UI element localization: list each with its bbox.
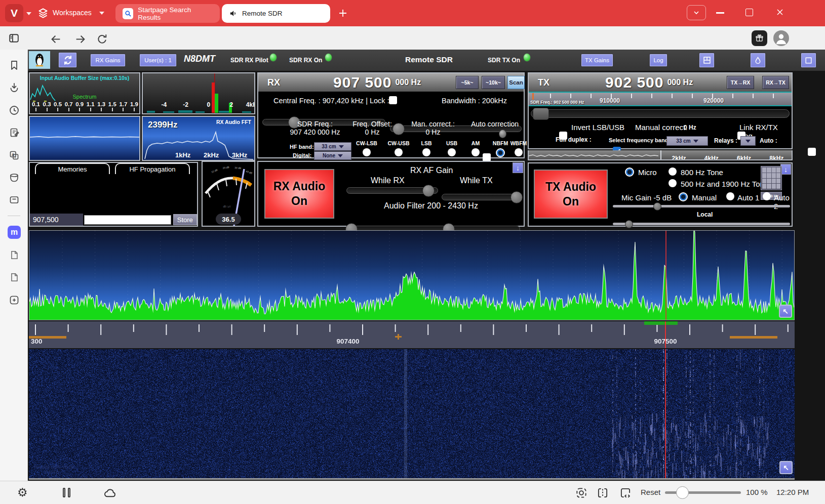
mode-am[interactable]: AM	[464, 140, 487, 156]
rx-audio-collapse-button[interactable]: ↓	[513, 162, 523, 173]
rx-gains-button[interactable]: RX Gains	[90, 54, 126, 67]
dtmf-keypad-icon[interactable]	[761, 166, 782, 190]
tab-startpage[interactable]: Startpage Search Results	[115, 4, 220, 23]
translate-panel-icon[interactable]: Ax	[8, 149, 21, 162]
local-volume-slider[interactable]	[613, 223, 790, 225]
step-10k-button[interactable]: ~10k~	[482, 76, 505, 89]
tx-frequency[interactable]: 902 500	[605, 74, 663, 91]
bookmarks-panel-icon[interactable]	[8, 59, 21, 72]
zoom-slider[interactable]	[665, 491, 741, 494]
mode-usb-radio[interactable]	[448, 148, 456, 156]
tab-memories[interactable]: Memories	[35, 163, 110, 174]
rx-audio-on-button[interactable]: RX AudioOn	[264, 169, 334, 219]
layout-grid-button[interactable]	[699, 53, 715, 68]
reload-button[interactable]	[95, 32, 109, 46]
capture-page-icon[interactable]	[575, 486, 588, 499]
while-tx-slider[interactable]	[442, 194, 520, 200]
mic-gain-auto2-radio[interactable]	[763, 192, 771, 200]
tx-frequency-ruler[interactable]: 910000 920000 SDR Freq.: 902 500 000 Hz	[529, 92, 792, 106]
workspaces-caret-icon[interactable]	[99, 12, 104, 15]
pause-animations-icon[interactable]	[63, 488, 70, 497]
while-rx-slider[interactable]	[346, 187, 438, 194]
history-panel-icon[interactable]	[8, 104, 21, 117]
notes-panel-icon[interactable]	[8, 126, 21, 139]
spectrum-pan-button[interactable]: ↖	[779, 305, 792, 318]
while-tx-knob[interactable]	[510, 191, 523, 203]
web-panel-icon-1[interactable]	[8, 248, 21, 262]
mode-cw-lsb-radio[interactable]	[363, 148, 371, 156]
tx-to-rx-button[interactable]: TX→RX	[727, 76, 754, 89]
users-button[interactable]: User(s) : 1	[139, 54, 177, 67]
scan-button[interactable]: Scan	[507, 76, 525, 89]
drop-theme-button[interactable]	[750, 53, 766, 68]
sync-cloud-icon[interactable]	[103, 486, 117, 500]
reading-list-panel-icon[interactable]	[8, 171, 21, 184]
vivaldi-menu-caret-icon[interactable]	[26, 12, 31, 15]
waterfall-canvas[interactable]	[29, 349, 795, 478]
mic-gain-manual-radio[interactable]	[679, 192, 688, 201]
tx-band-select[interactable]: 33 cm	[666, 136, 708, 146]
rx-frequency[interactable]: 907 500	[333, 74, 391, 91]
downloads-panel-icon[interactable]	[8, 81, 21, 94]
frequency-scale[interactable]: 300 907400 907500	[29, 321, 795, 348]
mode-wbfm[interactable]: WBFM	[507, 140, 530, 156]
workspaces-icon[interactable]	[36, 7, 50, 20]
linux-penguin-icon[interactable]	[29, 51, 50, 69]
extension-gift-icon[interactable]	[752, 30, 767, 46]
mode-lsb[interactable]: LSB	[415, 140, 438, 156]
step-5k-button[interactable]: ~5k~	[456, 76, 479, 89]
mode-wbfm-radio[interactable]	[515, 148, 523, 156]
tone-800-radio[interactable]	[669, 167, 677, 176]
log-button[interactable]: Log	[649, 54, 667, 67]
mode-nbfm-radio[interactable]	[496, 148, 505, 157]
mic-gain-auto1-radio[interactable]	[726, 192, 734, 200]
waterfall-pan-button[interactable]: ↖	[779, 461, 793, 474]
add-panel-icon[interactable]	[8, 293, 21, 307]
panel-toggle-icon[interactable]	[8, 32, 20, 45]
page-actions-icon[interactable]	[619, 486, 632, 499]
mode-cw-lsb[interactable]: CW-LSB	[356, 140, 378, 156]
auto-relay-checkbox[interactable]	[808, 148, 816, 156]
mic-gain-slider[interactable]	[613, 205, 790, 207]
while-rx-knob[interactable]	[422, 185, 435, 197]
tab-remote-sdr[interactable]: Remote SDR	[222, 4, 330, 23]
profile-avatar[interactable]	[773, 30, 789, 46]
mode-am-radio[interactable]	[472, 148, 480, 156]
tx-gains-button[interactable]: TX Gains	[581, 54, 613, 67]
fullscreen-button[interactable]	[801, 53, 816, 68]
tone-500-1900-radio[interactable]	[669, 179, 677, 187]
tab-hf-propagation[interactable]: HF Propagation	[115, 163, 190, 174]
forward-button[interactable]	[73, 32, 87, 46]
mic-gain-knob[interactable]	[653, 202, 661, 211]
tx-audio-collapse-button[interactable]: ↓	[780, 164, 791, 175]
vivaldi-menu-button[interactable]: V	[5, 4, 23, 22]
zoom-slider-knob[interactable]	[676, 486, 689, 499]
local-volume-knob[interactable]	[625, 220, 633, 228]
back-button[interactable]	[49, 32, 63, 46]
mastodon-panel-icon[interactable]: m	[8, 226, 21, 239]
waterfall[interactable]: Remote SDR V8.08 F1ATB ↖	[29, 349, 795, 480]
rx-to-tx-button[interactable]: RX→TX	[762, 76, 789, 89]
maximize-button[interactable]	[745, 9, 753, 16]
digital-select[interactable]: None	[314, 151, 351, 160]
web-panel-icon-2[interactable]	[8, 271, 21, 284]
store-button[interactable]: Store	[173, 214, 197, 225]
mode-usb[interactable]: USB	[441, 140, 463, 156]
micro-radio[interactable]	[625, 167, 634, 177]
spectrum-canvas[interactable]	[29, 231, 794, 320]
memory-name-input[interactable]	[84, 215, 171, 225]
settings-gear-icon[interactable]: ⚙	[17, 486, 28, 499]
window-panel-icon[interactable]	[8, 193, 21, 206]
reconnect-button[interactable]	[58, 52, 77, 68]
mode-lsb-radio[interactable]	[422, 148, 430, 156]
zoom-reset-button[interactable]: Reset	[641, 488, 660, 496]
tx-audio-on-button[interactable]: TX AudioOn	[534, 170, 608, 219]
new-tab-button[interactable]	[337, 7, 349, 19]
close-button[interactable]	[775, 7, 785, 17]
mode-cw-usb-radio[interactable]	[395, 148, 403, 156]
workspaces-label[interactable]: Workspaces	[53, 9, 92, 17]
tiling-toggle-icon[interactable]	[596, 486, 609, 499]
hf-band-select[interactable]: 33 cm	[314, 142, 351, 151]
lock-checkbox[interactable]	[389, 96, 397, 104]
tab-stack-toggle-button[interactable]	[687, 5, 706, 20]
